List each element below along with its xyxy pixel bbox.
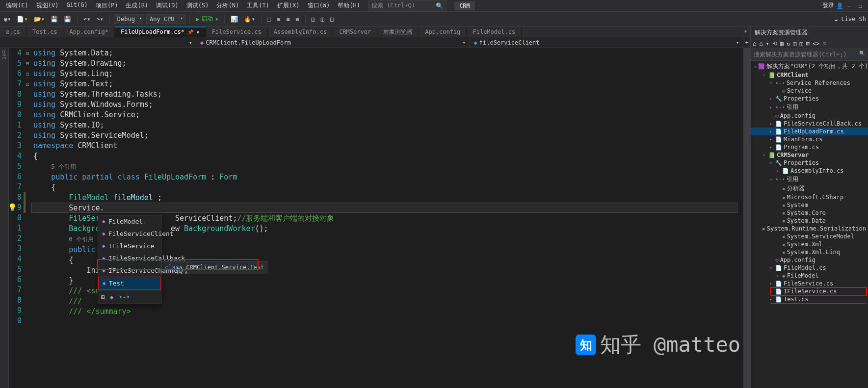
menu-视图(V)[interactable]: 视图(V) [32,0,63,11]
menu-生成(B)[interactable]: 生成(B) [122,0,152,11]
panel-search[interactable]: 搜索解决方案资源管理器(Ctrl+;) [751,49,868,61]
tree-item[interactable]: ▪分析器 [751,184,868,193]
tab-AssemblyInfo.cs[interactable]: AssemblyInfo.cs [268,26,333,37]
tree-item[interactable]: ▪System.Xml [751,240,868,248]
undo-button[interactable]: ↶▾ [81,14,92,24]
intellisense-item[interactable]: ◆FileServiceClient [98,228,161,240]
tree-item[interactable]: ▸📄Program.cs [751,143,868,151]
login-link[interactable]: 登录 👤 [822,1,843,10]
intellisense-item[interactable]: ◆IFileServiceChannel [98,264,161,277]
menu-测试(S)[interactable]: 测试(S) [183,0,213,11]
tree-item[interactable]: ▸📄MianForm.cs [751,135,868,143]
nav-member[interactable]: ◆fileServiceClient [470,38,744,47]
tool-icon[interactable]: ≡ [284,14,291,24]
tab-对象浏览器[interactable]: 对象浏览器 [377,26,419,37]
tab-FileModel.cs[interactable]: FileModel.cs [467,26,522,37]
tab-App.config*[interactable]: App.config* [63,26,114,37]
menu-编辑(E)[interactable]: 编辑(E) [2,0,32,11]
tab-FileUpLoadForm.cs*[interactable]: FileUpLoadForm.cs*📌✕ [115,26,206,37]
props-icon[interactable]: ⊞ [806,40,810,47]
tool-icon[interactable]: ⬚ [265,14,273,24]
tool-icon[interactable]: ◫ [310,14,317,24]
tool-icon[interactable]: ≡ [822,40,826,47]
tree-arrow-icon[interactable]: ▸ [768,289,774,294]
tool-icon[interactable]: 🔥▾ [242,14,257,24]
pin-icon[interactable]: 📌 [187,29,193,35]
nav-class[interactable]: ◆CRMClient.FileUpLoadForm [196,38,470,47]
tree-item[interactable]: ▸📄IFileService.cs [751,287,868,295]
tree-item[interactable]: ▪System.Core [751,209,868,217]
code-icon[interactable]: <> [813,40,819,47]
config-dropdown[interactable]: Debug [114,14,144,24]
intellisense-item[interactable]: ◆FileModel [98,215,161,228]
menu-分析(N)[interactable]: 分析(N) [212,0,243,11]
nav-project[interactable] [0,39,196,46]
platform-dropdown[interactable]: Any CPU [146,14,185,24]
tree-item[interactable]: ▪System.Xml.Linq [751,248,868,256]
scrollbar-vertical[interactable] [743,48,750,388]
tree-item[interactable]: ▿🟪解决方案"CRM"(2 个项目，共 2 个) [751,62,868,71]
tree-item[interactable]: ▿•-•引用 [751,175,868,184]
minimize-button[interactable]: — [847,2,851,9]
filter-icon[interactable]: ◆ [110,292,114,302]
show-icon[interactable]: ▦ [780,40,784,47]
tree-item[interactable]: ⚙App.config [751,256,868,264]
tree-item[interactable]: ▪Microsoft.CSharp [751,193,868,201]
refresh-icon[interactable]: ↻ [787,40,790,47]
tree-arrow-icon[interactable]: ▸ [775,273,781,278]
tool-icon[interactable]: ◫ [793,40,796,47]
tree-item[interactable]: ▪System.ServiceModel [751,233,868,240]
saveall-button[interactable]: 💾 [62,14,73,24]
tree-arrow-icon[interactable]: ▸ [768,281,774,286]
menu-工具(T)[interactable]: 工具(T) [243,0,273,11]
intellisense-item[interactable]: ◆IFileServiceCallback [98,252,161,264]
filter-icon[interactable]: ⊞ [101,292,105,302]
tool-icon[interactable]: ◫ [319,14,326,24]
menu-Git(G)[interactable]: Git(G) [62,0,91,11]
collapse-icon[interactable]: ▾ [765,40,769,47]
tree-item[interactable]: ▸🔧Properties [751,95,868,103]
redo-button[interactable]: ↷▾ [94,14,105,24]
vertical-tab[interactable]: ent [0,48,8,62]
tab-App.config[interactable]: App.config [419,26,467,37]
menu-帮助(H)[interactable]: 帮助(H) [334,0,364,11]
tree-item[interactable]: ⚙App.config [751,112,868,120]
tree-arrow-icon[interactable]: ▿ [761,153,767,157]
tree-item[interactable]: ▿📗CRMClient [751,71,868,79]
tree-arrow-icon[interactable]: ▸ [775,168,781,173]
tree-arrow-icon[interactable]: ▸ [768,129,774,134]
tree-arrow-icon[interactable]: ▸ [768,297,774,302]
menu-窗口(W)[interactable]: 窗口(W) [304,0,334,11]
tree-item[interactable]: ▸📄FileServiceCallBack.cs [751,120,868,128]
sync-icon[interactable]: ⟲ [772,40,777,47]
menu-扩展(X)[interactable]: 扩展(X) [273,0,304,11]
tab-Test.cs[interactable]: Test.cs [26,26,64,37]
tool-icon[interactable]: 📊 [229,14,240,24]
tree-item[interactable]: ▸📄FileUpLoadForm.cs [751,128,868,135]
tree-arrow-icon[interactable]: ▸ [768,121,774,126]
intellisense-item[interactable]: ◆IFileService [98,240,161,252]
save-button[interactable]: 💾 [49,14,60,24]
tree-item[interactable]: ▿🔧Properties [751,159,868,167]
tree-arrow-icon[interactable]: ▸ [768,145,774,150]
tree-item[interactable]: ▪System [751,201,868,209]
code-editor[interactable]: using System.Data;using System.Drawing;u… [31,48,743,388]
menu-项目(P)[interactable]: 项目(P) [92,0,122,11]
lightbulb-icon[interactable]: 💡 [8,203,17,213]
menu-调试(D)[interactable]: 调试(D) [152,0,183,11]
tree-item[interactable]: ▿•-•Service References [751,79,868,87]
tree-item[interactable]: ▸◆FileModel [751,272,868,280]
filter-icon[interactable]: •-• [119,292,130,302]
back-button[interactable]: ◉▾ [2,14,13,24]
tool-icon[interactable]: ◫ [799,40,803,47]
tree-item[interactable]: ▪System.Data [751,217,868,225]
tree-arrow-icon[interactable]: ▸ [768,137,774,142]
live-share-button[interactable]: ☁ Live Sh [834,16,866,23]
tree-arrow-icon[interactable]: ▿ [768,177,774,182]
home-icon[interactable]: ⌂ [753,40,756,47]
tree-item[interactable]: ▪System.Runtime.Serialization [751,225,868,233]
fold-toggle[interactable]: ⊟ [24,69,31,79]
tree-arrow-icon[interactable]: ▿ [768,265,774,270]
tool-icon[interactable]: ◫ [328,14,336,24]
nav-plus-icon[interactable]: + [743,39,750,46]
